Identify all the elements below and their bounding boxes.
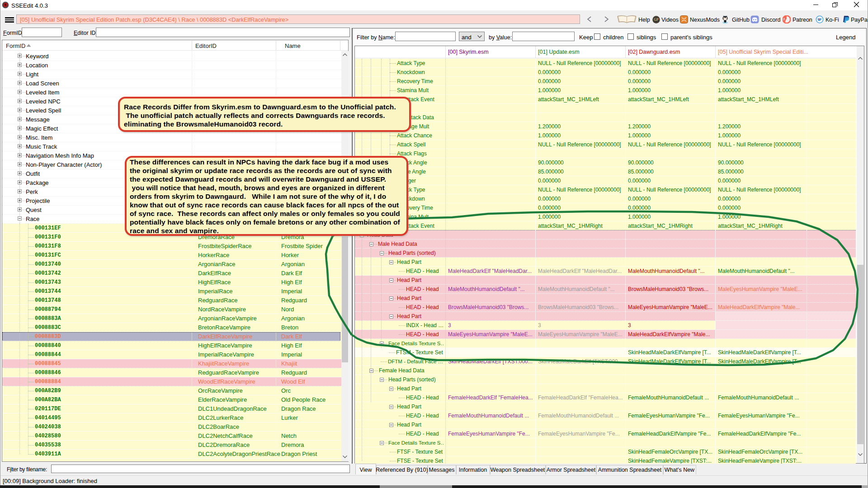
svg-text:GP: GP [654, 18, 659, 22]
